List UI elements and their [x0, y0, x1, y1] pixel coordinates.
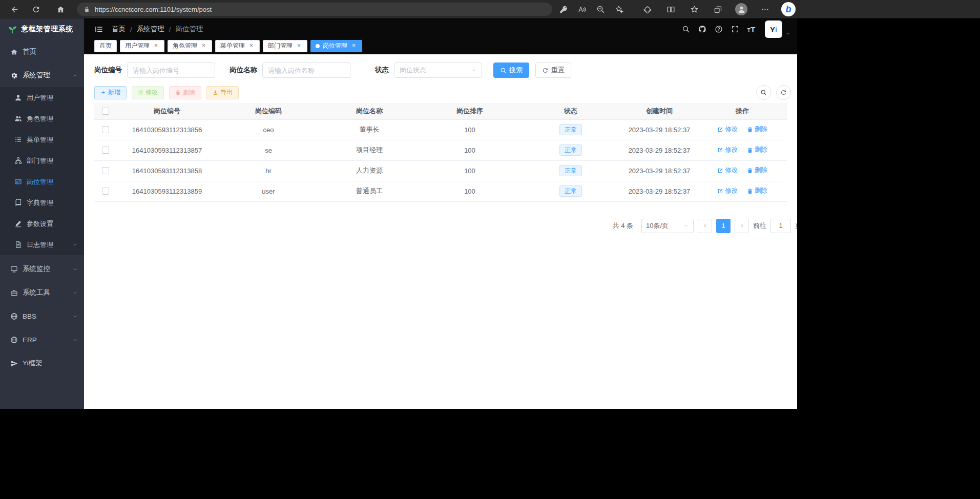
- page-size-select[interactable]: 10条/页: [641, 219, 694, 233]
- row-checkbox[interactable]: [102, 188, 109, 195]
- select-all-checkbox[interactable]: [102, 108, 109, 115]
- help-icon[interactable]: [711, 22, 726, 37]
- tab-departments[interactable]: 部门管理 ×: [263, 40, 307, 52]
- system-submenu: 用户管理 角色管理 菜单管理 部门管理 岗位管理 字典管理: [0, 87, 84, 255]
- prev-page-button[interactable]: [698, 219, 712, 233]
- sidebar-item-posts[interactable]: 岗位管理: [0, 171, 84, 192]
- delete-row-button[interactable]: 删除: [747, 186, 767, 195]
- document-icon: [14, 241, 22, 248]
- add-button[interactable]: 新增: [94, 86, 127, 99]
- sidebar-item-yi-framework[interactable]: Yi框架: [0, 351, 84, 375]
- reset-button[interactable]: 重置: [535, 63, 571, 78]
- favorites-icon[interactable]: [682, 2, 706, 17]
- current-page-button[interactable]: 1: [716, 219, 731, 233]
- avatar-chevron-down-icon[interactable]: [785, 31, 791, 36]
- cell-post-name: 普通员工: [320, 181, 419, 201]
- breadcrumb-home[interactable]: 首页: [112, 25, 126, 34]
- extensions-icon[interactable]: [635, 2, 659, 17]
- sidebar-item-bbs[interactable]: BBS: [0, 304, 84, 328]
- next-page-button[interactable]: [735, 219, 749, 233]
- pagination: 共 4 条 10条/页 1 前往 页: [84, 219, 797, 233]
- edit-button[interactable]: 修改: [132, 86, 164, 99]
- browser-refresh-button[interactable]: [28, 2, 44, 17]
- pen-icon: [14, 220, 22, 227]
- cell-post-name: 项目经理: [320, 140, 419, 160]
- font-size-icon[interactable]: TT: [744, 22, 759, 37]
- edit-row-button[interactable]: 修改: [717, 125, 738, 134]
- row-checkbox[interactable]: [102, 167, 109, 174]
- split-screen-icon[interactable]: [659, 2, 682, 17]
- app-logo[interactable]: 意框架管理系统: [0, 18, 84, 40]
- column-header-post-code: 岗位编码: [217, 103, 320, 119]
- collections-icon[interactable]: [706, 2, 729, 17]
- close-icon[interactable]: ×: [153, 43, 159, 49]
- close-icon[interactable]: ×: [200, 43, 207, 49]
- sidebar-item-tools[interactable]: 系统工具: [0, 281, 84, 304]
- copilot-bing-icon[interactable]: b: [777, 2, 800, 17]
- user-avatar[interactable]: Yi: [765, 20, 782, 38]
- status-select[interactable]: 岗位状态: [394, 63, 482, 78]
- sidebar-item-roles[interactable]: 角色管理: [0, 108, 84, 129]
- edit-row-button[interactable]: 修改: [717, 145, 738, 154]
- search-icon[interactable]: [678, 22, 693, 37]
- sidebar-item-monitoring[interactable]: 系统监控: [0, 257, 84, 281]
- breadcrumb: 首页 / 系统管理 / 岗位管理: [112, 25, 203, 34]
- delete-row-button[interactable]: 删除: [747, 125, 767, 134]
- post-name-input[interactable]: [262, 63, 350, 78]
- sidebar-item-logs[interactable]: 日志管理: [0, 234, 84, 255]
- row-checkbox[interactable]: [102, 126, 109, 133]
- edit-icon: [717, 188, 723, 194]
- toggle-search-button[interactable]: [756, 85, 771, 100]
- sidebar-item-system[interactable]: 系统管理: [0, 64, 84, 87]
- users-icon: [14, 115, 22, 122]
- tab-posts[interactable]: 岗位管理 ×: [310, 40, 362, 52]
- chevron-down-icon: [72, 337, 78, 343]
- delete-button[interactable]: 删除: [169, 86, 201, 99]
- edit-row-button[interactable]: 修改: [717, 166, 738, 175]
- row-checkbox[interactable]: [102, 147, 109, 154]
- sidebar-item-dictionary[interactable]: 字典管理: [0, 192, 84, 213]
- breadcrumb-system[interactable]: 系统管理: [137, 25, 164, 34]
- tab-roles[interactable]: 角色管理 ×: [168, 40, 212, 52]
- github-icon[interactable]: [695, 22, 710, 37]
- delete-row-button[interactable]: 删除: [747, 145, 767, 154]
- edit-row-button[interactable]: 修改: [717, 186, 738, 195]
- leaf-logo-icon: [8, 25, 17, 34]
- add-favorite-icon[interactable]: [610, 2, 628, 17]
- sidebar-item-erp[interactable]: ERP: [0, 328, 84, 351]
- table-toolbar: 新增 修改 删除 导出: [84, 78, 797, 100]
- close-icon[interactable]: ×: [248, 43, 255, 49]
- tab-users[interactable]: 用户管理 ×: [120, 40, 164, 52]
- export-button[interactable]: 导出: [206, 86, 239, 99]
- delete-row-button[interactable]: 删除: [747, 166, 767, 175]
- search-button[interactable]: 搜索: [493, 63, 529, 78]
- password-key-icon[interactable]: [554, 2, 573, 17]
- sidebar-item-users[interactable]: 用户管理: [0, 87, 84, 108]
- browser-home-button[interactable]: [53, 2, 68, 17]
- download-icon: [213, 90, 218, 95]
- post-code-input[interactable]: [127, 63, 215, 78]
- browser-menu-icon[interactable]: [753, 2, 777, 17]
- zoom-out-icon[interactable]: [591, 2, 610, 17]
- breadcrumb-post: 岗位管理: [176, 25, 203, 34]
- refresh-table-button[interactable]: [776, 85, 791, 100]
- browser-back-button[interactable]: [7, 2, 22, 17]
- top-navbar: 首页 / 系统管理 / 岗位管理 TT Yi: [84, 18, 797, 40]
- sidebar-item-parameters[interactable]: 参数设置: [0, 213, 84, 234]
- sidebar-item-departments[interactable]: 部门管理: [0, 150, 84, 171]
- tab-home[interactable]: 首页: [94, 40, 117, 52]
- close-icon[interactable]: ×: [296, 43, 302, 49]
- sidebar-item-menus[interactable]: 菜单管理: [0, 129, 84, 150]
- sidebar-item-home[interactable]: 首页: [0, 40, 84, 64]
- column-header-created: 创建时间: [621, 103, 698, 119]
- active-tab-dot: [316, 44, 320, 48]
- browser-profile-avatar[interactable]: [729, 2, 753, 17]
- read-aloud-icon[interactable]: [573, 2, 591, 17]
- goto-page-input[interactable]: [770, 219, 791, 233]
- trash-icon: [747, 188, 753, 194]
- fullscreen-icon[interactable]: [727, 22, 742, 37]
- close-icon[interactable]: ×: [350, 43, 357, 49]
- address-bar[interactable]: https://ccnetcore.com:1101/system/post: [77, 3, 552, 16]
- tab-menus[interactable]: 菜单管理 ×: [215, 40, 260, 52]
- sidebar-collapse-icon[interactable]: [91, 22, 107, 37]
